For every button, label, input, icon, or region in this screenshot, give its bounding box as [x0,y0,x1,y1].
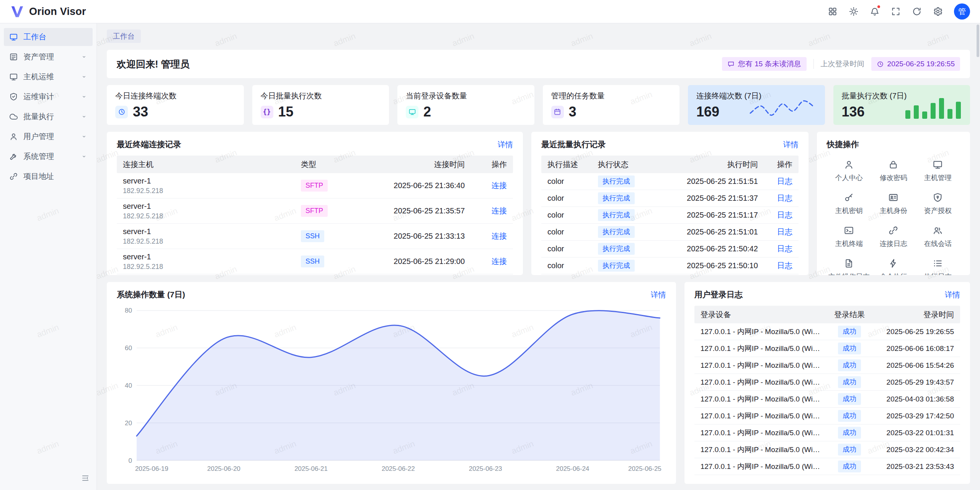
quick-action-change-password[interactable]: 修改密码 [871,159,916,182]
quick-action-host-management[interactable]: 主机管理 [916,159,960,182]
quick-action-asset-authorization[interactable]: 资产授权 [916,192,960,215]
quick-action-host-keys[interactable]: 主机密钥 [827,192,871,215]
sidebar-item-asset-management[interactable]: 资产管理 [4,48,93,66]
column-header: 执行时间 [653,156,764,173]
log-link[interactable]: 日志 [777,261,792,271]
type-cell: SFTP [295,180,348,191]
user-icon [844,159,854,170]
host-cell: server-1182.92.5.218 [117,177,295,195]
log-link[interactable]: 日志 [777,210,792,220]
fullscreen-icon[interactable] [888,3,904,20]
sidebar-item-host-ops[interactable]: 主机运维 [4,68,93,86]
batch-record-row: color执行完成2025-06-25 21:51:37日志 [541,190,799,207]
login-log-row: 127.0.0.1 - 内网IP - Mozilla/5.0 (Windows … [694,424,960,441]
quick-action-personal-center[interactable]: 个人中心 [827,159,871,182]
theme-icon[interactable] [846,3,862,20]
chevron-down-icon [81,133,87,140]
main-content: 工作台 欢迎回来! 管理员 您有 15 条未读消息 上次登录时间 2025-06… [97,23,980,490]
sidebar-item-ops-audit[interactable]: 运维审计 [4,88,93,106]
last-login-time-chip: 2025-06-25 19:26:55 [871,57,960,71]
time-cell: 2025-06-06 15:54:26 [872,361,960,370]
sidebar-item-user-management[interactable]: 用户管理 [4,128,93,146]
quick-action-host-terminal[interactable]: 主机终端 [827,225,871,248]
batch-records-detail-link[interactable]: 详情 [783,139,799,150]
unread-messages-text: 您有 15 条未读消息 [738,59,801,69]
scrollbar-thumb[interactable] [977,25,979,57]
sidebar-item-project-url[interactable]: 项目地址 [4,167,93,185]
status-cell: 执行完成 [592,209,653,221]
status-cell: 执行完成 [592,192,653,204]
column-header: 登录结果 [827,306,872,323]
log-link[interactable]: 日志 [777,193,792,203]
quick-action-host-identity[interactable]: 主机身份 [871,192,916,215]
terminal-icon [844,225,854,236]
sidebar-item-label: 项目地址 [23,171,87,182]
terminal-records-table: 连接主机类型连接时间操作server-1182.92.5.218SFTP2025… [117,156,513,274]
time-cell: 2025-03-22 00:42:34 [872,446,960,454]
sidebar-item-workbench[interactable]: 工作台 [4,28,93,46]
login-log-detail-link[interactable]: 详情 [945,290,960,300]
host-name: server-1 [123,252,151,261]
column-header: 连接时间 [348,156,471,173]
app-logo[interactable]: Orion Visor [10,4,86,19]
list-icon [933,258,943,269]
connect-link[interactable]: 连接 [492,231,507,241]
type-cell: SSH [295,230,348,242]
unread-messages-chip[interactable]: 您有 15 条未读消息 [722,57,807,71]
quick-action-file-operation-log[interactable]: 文件操作日志 [827,258,871,275]
host-ip: 182.92.5.218 [123,187,163,195]
status-badge: 执行完成 [598,192,635,204]
quick-action-execution-log[interactable]: 执行日志 [916,258,960,275]
type-badge: SFTP [301,180,328,191]
sidebar-item-batch-execute[interactable]: 批量执行 [4,108,93,126]
settings-icon[interactable] [930,3,946,20]
quick-action-online-sessions[interactable]: 在线会话 [916,225,960,248]
status-cell: 执行完成 [592,243,653,254]
breadcrumb-item-workbench[interactable]: 工作台 [107,29,141,43]
user-avatar[interactable]: 管 [954,3,970,20]
stats-row: 今日连接终端次数33今日批量执行次数{}15当前登录设备数量2管理的任务数量3连… [107,85,970,125]
log-link[interactable]: 日志 [777,244,792,254]
log-link[interactable]: 日志 [777,227,792,237]
batch-record-row: color执行完成2025-06-25 21:51:17日志 [541,207,799,224]
quick-action-connection-log[interactable]: 连接日志 [871,225,916,248]
type-badge: SSH [301,256,324,267]
welcome-meta: 您有 15 条未读消息 上次登录时间 2025-06-25 19:26:55 [722,57,960,71]
welcome-card: 欢迎回来! 管理员 您有 15 条未读消息 上次登录时间 2025-06-25 … [107,50,970,78]
sys-ops-detail-link[interactable]: 详情 [651,290,666,300]
stat-label: 今日连接终端次数 [115,91,235,101]
batch-record-row: color执行完成2025-06-25 21:51:51日志 [541,173,799,190]
connect-link[interactable]: 连接 [492,206,507,216]
quick-action-command-execution[interactable]: 命令执行 [871,258,916,275]
chevron-down-icon [81,54,87,60]
status-cell: 执行完成 [592,226,653,238]
log-link[interactable]: 日志 [777,176,792,187]
monitor-icon [933,159,943,170]
device-text: 127.0.0.1 - 内网IP - Mozilla/5.0 (Windows … [701,377,821,387]
quick-action-label: 主机管理 [924,173,952,182]
device-cell: 127.0.0.1 - 内网IP - Mozilla/5.0 (Windows … [694,344,827,354]
notifications-icon[interactable] [867,3,883,20]
svg-text:2025-06-23: 2025-06-23 [469,465,502,472]
connect-link[interactable]: 连接 [492,256,507,267]
result-cell: 成功 [827,343,872,354]
sidebar-collapse-button[interactable] [79,472,92,485]
time-cell: 2025-03-29 17:42:50 [872,412,960,420]
device-text: 127.0.0.1 - 内网IP - Mozilla/5.0 (Windows … [701,445,821,455]
quick-action-label: 在线会话 [924,239,952,248]
time-cell: 2025-06-06 16:08:17 [872,344,960,353]
login-log-row: 127.0.0.1 - 内网IP - Mozilla/5.0 (Windows … [694,323,960,340]
time-cell: 2025-03-22 01:01:31 [872,429,960,437]
result-badge: 成功 [838,444,861,455]
terminal-records-detail-link[interactable]: 详情 [498,139,513,150]
sidebar-item-system-management[interactable]: 系统管理 [4,147,93,166]
refresh-icon[interactable] [909,3,925,20]
sidebar-item-label: 运维审计 [23,92,75,102]
clock-icon [877,61,884,68]
card-title: 快捷操作 [827,139,859,150]
connect-link[interactable]: 连接 [492,180,507,191]
column-header: 类型 [295,156,348,173]
apps-icon[interactable] [825,3,841,20]
time-cell: 2025-03-21 23:53:43 [872,462,960,471]
asset-icon [9,52,18,61]
